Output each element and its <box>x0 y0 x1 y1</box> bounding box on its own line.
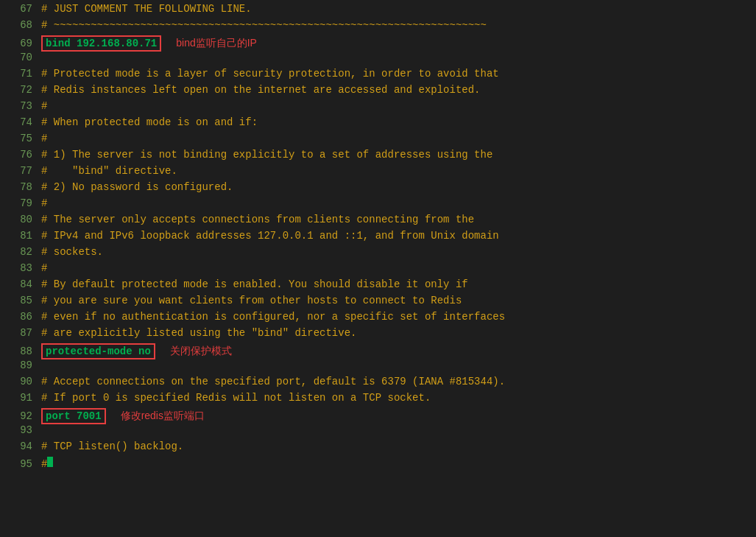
line-content: # ~~~~~~~~~~~~~~~~~~~~~~~~~~~~~~~~~~~~~~… <box>41 19 487 31</box>
port-annotation: 修改redis监听端口 <box>121 410 205 423</box>
code-line: 94# TCP listen() backlog. <box>0 441 756 457</box>
line-content: port 7001修改redis监听端口 <box>41 408 205 424</box>
line-number: 88 <box>6 345 32 357</box>
code-line: 86# even if no authentication is configu… <box>0 311 756 327</box>
code-line: 74# When protected mode is on and if: <box>0 116 756 133</box>
line-content: # are explicitly listed using the "bind"… <box>41 327 356 339</box>
line-content: # 1) The server is not binding explicitl… <box>41 149 492 161</box>
code-editor: 67# JUST COMMENT THE FOLLOWING LINE.68# … <box>0 0 756 476</box>
bind-highlight-box: bind 192.168.80.71 <box>41 35 161 52</box>
line-number: 84 <box>6 278 32 290</box>
line-content: # Protected mode is a layer of security … <box>41 68 499 80</box>
code-line: 91# If port 0 is specified Redis will no… <box>0 392 756 408</box>
code-line: 76# 1) The server is not binding explici… <box>0 149 756 165</box>
line-number: 71 <box>6 68 32 80</box>
line-content <box>41 52 47 63</box>
line-content: # By default protected mode is enabled. … <box>41 278 468 290</box>
code-line: 85# you are sure you want clients from o… <box>0 295 756 311</box>
line-content: # If port 0 is specified Redis will not … <box>41 392 431 404</box>
code-line: 73# <box>0 100 756 116</box>
code-line: 80# The server only accepts connections … <box>0 214 756 230</box>
line-number: 95 <box>6 458 32 470</box>
line-number: 70 <box>6 52 32 63</box>
protected-annotation: 关闭保护模式 <box>170 345 232 358</box>
line-number: 91 <box>6 392 32 404</box>
code-line: 75# <box>0 133 756 149</box>
code-line: 79# <box>0 197 756 214</box>
code-line: 70 <box>0 52 756 68</box>
code-line: 88protected-mode no关闭保护模式 <box>0 343 756 359</box>
line-number: 87 <box>6 327 32 339</box>
line-content <box>41 424 47 436</box>
line-number: 78 <box>6 181 32 193</box>
code-line: 69bind 192.168.80.71bind监听自己的IP <box>0 35 756 52</box>
line-content: # <box>41 197 47 209</box>
code-line: 81# IPv4 and IPv6 loopback addresses 127… <box>0 230 756 246</box>
line-number: 92 <box>6 410 32 422</box>
code-line: 92port 7001修改redis监听端口 <box>0 408 756 424</box>
line-content: # sockets. <box>41 246 103 258</box>
line-content: # you are sure you want clients from oth… <box>41 295 462 306</box>
line-content: # <box>41 133 47 144</box>
line-number: 83 <box>6 262 32 274</box>
code-line: 93 <box>0 424 756 441</box>
line-number: 82 <box>6 246 32 258</box>
line-content: # "bind" directive. <box>41 165 177 177</box>
line-content: # <box>41 262 47 274</box>
bind-annotation: bind监听自己的IP <box>176 37 257 50</box>
line-number: 85 <box>6 295 32 306</box>
line-content: # IPv4 and IPv6 loopback addresses 127.0… <box>41 230 499 242</box>
line-content: # Accept connections on the specified po… <box>41 376 505 387</box>
line-content: protected-mode no关闭保护模式 <box>41 343 232 359</box>
code-line: 77# "bind" directive. <box>0 165 756 181</box>
code-line: 72# Redis instances left open on the int… <box>0 84 756 100</box>
line-number: 90 <box>6 376 32 387</box>
line-content: # Redis instances left open on the inter… <box>41 84 481 96</box>
line-number: 73 <box>6 100 32 112</box>
line-content: # <box>41 457 53 470</box>
line-content <box>41 359 47 371</box>
line-number: 89 <box>6 359 32 371</box>
line-number: 94 <box>6 441 32 452</box>
text-cursor <box>47 457 53 467</box>
line-number: 81 <box>6 230 32 242</box>
code-line: 78# 2) No password is configured. <box>0 181 756 197</box>
line-content: # The server only accepts connections fr… <box>41 214 474 225</box>
line-content: # 2) No password is configured. <box>41 181 233 193</box>
code-line: 83# <box>0 262 756 278</box>
line-number: 74 <box>6 116 32 128</box>
protected-highlight-box: protected-mode no <box>41 343 155 359</box>
line-number: 69 <box>6 38 32 49</box>
port-highlight-box: port 7001 <box>41 408 106 424</box>
line-number: 93 <box>6 424 32 436</box>
line-content: # TCP listen() backlog. <box>41 441 183 452</box>
code-line: 87# are explicitly listed using the "bin… <box>0 327 756 343</box>
line-number: 68 <box>6 19 32 31</box>
line-number: 86 <box>6 311 32 323</box>
line-number: 75 <box>6 133 32 144</box>
code-line: 82# sockets. <box>0 246 756 262</box>
code-line: 71# Protected mode is a layer of securit… <box>0 68 756 84</box>
line-content: # JUST COMMENT THE FOLLOWING LINE. <box>41 3 252 15</box>
line-number: 77 <box>6 165 32 177</box>
code-line: 67# JUST COMMENT THE FOLLOWING LINE. <box>0 3 756 19</box>
line-number: 72 <box>6 84 32 96</box>
code-line: 89 <box>0 359 756 376</box>
line-content: # even if no authentication is configure… <box>41 311 505 323</box>
code-line: 84# By default protected mode is enabled… <box>0 278 756 295</box>
code-line: 90# Accept connections on the specified … <box>0 376 756 392</box>
line-number: 67 <box>6 3 32 15</box>
line-number: 80 <box>6 214 32 225</box>
code-line: 95# <box>0 457 756 473</box>
code-line: 68# ~~~~~~~~~~~~~~~~~~~~~~~~~~~~~~~~~~~~… <box>0 19 756 35</box>
line-content: # When protected mode is on and if: <box>41 116 258 128</box>
line-number: 76 <box>6 149 32 161</box>
line-content: # <box>41 100 47 112</box>
line-number: 79 <box>6 197 32 209</box>
line-content: bind 192.168.80.71bind监听自己的IP <box>41 35 257 52</box>
